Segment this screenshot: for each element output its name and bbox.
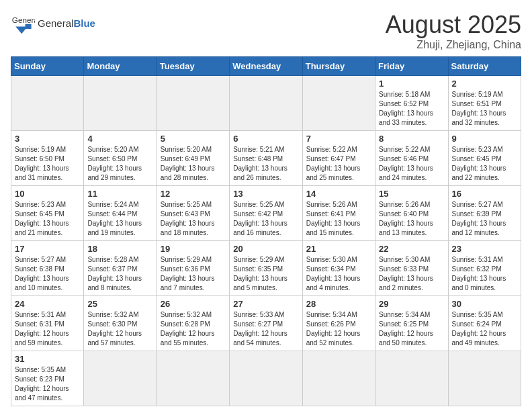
calendar-cell	[302, 76, 375, 131]
calendar-cell: 10Sunrise: 5:23 AM Sunset: 6:45 PM Dayli…	[11, 186, 84, 241]
calendar-cell: 4Sunrise: 5:20 AM Sunset: 6:50 PM Daylig…	[84, 131, 157, 186]
calendar-cell: 7Sunrise: 5:22 AM Sunset: 6:47 PM Daylig…	[302, 131, 375, 186]
calendar-cell: 1Sunrise: 5:18 AM Sunset: 6:52 PM Daylig…	[375, 76, 448, 131]
day-info: Sunrise: 5:27 AM Sunset: 6:38 PM Dayligh…	[15, 255, 80, 293]
calendar-cell: 2Sunrise: 5:19 AM Sunset: 6:51 PM Daylig…	[448, 76, 521, 131]
calendar-cell: 9Sunrise: 5:23 AM Sunset: 6:45 PM Daylig…	[448, 131, 521, 186]
day-number: 20	[233, 244, 298, 254]
calendar-cell	[230, 76, 302, 131]
day-number: 3	[15, 134, 80, 144]
day-number: 23	[452, 244, 517, 254]
day-number: 28	[306, 299, 371, 309]
day-info: Sunrise: 5:27 AM Sunset: 6:39 PM Dayligh…	[452, 200, 517, 238]
day-info: Sunrise: 5:34 AM Sunset: 6:25 PM Dayligh…	[379, 310, 444, 348]
page-header: General GeneralBlue August 2025 Zhuji, Z…	[11, 11, 521, 51]
calendar-cell	[375, 351, 448, 406]
day-info: Sunrise: 5:25 AM Sunset: 6:42 PM Dayligh…	[233, 200, 298, 238]
day-number: 22	[379, 244, 444, 254]
day-number: 5	[161, 134, 226, 144]
day-info: Sunrise: 5:23 AM Sunset: 6:45 PM Dayligh…	[15, 200, 80, 238]
day-number: 4	[87, 134, 152, 144]
day-number: 7	[306, 134, 371, 144]
day-info: Sunrise: 5:24 AM Sunset: 6:44 PM Dayligh…	[87, 200, 152, 238]
calendar-cell: 28Sunrise: 5:34 AM Sunset: 6:26 PM Dayli…	[302, 296, 375, 351]
day-info: Sunrise: 5:32 AM Sunset: 6:30 PM Dayligh…	[87, 310, 152, 348]
day-number: 12	[161, 189, 226, 199]
day-number: 27	[233, 299, 298, 309]
calendar-cell	[157, 351, 229, 406]
calendar-cell: 19Sunrise: 5:29 AM Sunset: 6:36 PM Dayli…	[157, 241, 229, 296]
weekday-header-monday: Monday	[84, 57, 157, 76]
day-number: 13	[233, 189, 298, 199]
calendar-cell: 6Sunrise: 5:21 AM Sunset: 6:48 PM Daylig…	[230, 131, 302, 186]
day-info: Sunrise: 5:30 AM Sunset: 6:33 PM Dayligh…	[379, 255, 444, 293]
calendar-cell: 22Sunrise: 5:30 AM Sunset: 6:33 PM Dayli…	[375, 241, 448, 296]
day-info: Sunrise: 5:29 AM Sunset: 6:35 PM Dayligh…	[233, 255, 298, 293]
calendar-cell: 26Sunrise: 5:32 AM Sunset: 6:28 PM Dayli…	[157, 296, 229, 351]
day-number: 26	[161, 299, 226, 309]
day-info: Sunrise: 5:26 AM Sunset: 6:41 PM Dayligh…	[306, 200, 371, 238]
calendar-cell: 20Sunrise: 5:29 AM Sunset: 6:35 PM Dayli…	[230, 241, 302, 296]
day-number: 11	[87, 189, 152, 199]
calendar-cell	[11, 76, 84, 131]
day-info: Sunrise: 5:34 AM Sunset: 6:26 PM Dayligh…	[306, 310, 371, 348]
day-number: 1	[379, 79, 444, 89]
day-info: Sunrise: 5:31 AM Sunset: 6:32 PM Dayligh…	[452, 255, 517, 293]
calendar-cell: 21Sunrise: 5:30 AM Sunset: 6:34 PM Dayli…	[302, 241, 375, 296]
day-info: Sunrise: 5:20 AM Sunset: 6:49 PM Dayligh…	[161, 145, 226, 183]
day-number: 21	[306, 244, 371, 254]
day-info: Sunrise: 5:19 AM Sunset: 6:50 PM Dayligh…	[15, 145, 80, 183]
calendar-cell: 31Sunrise: 5:35 AM Sunset: 6:23 PM Dayli…	[11, 351, 84, 406]
calendar-cell: 15Sunrise: 5:26 AM Sunset: 6:40 PM Dayli…	[375, 186, 448, 241]
day-info: Sunrise: 5:30 AM Sunset: 6:34 PM Dayligh…	[306, 255, 371, 293]
calendar-cell: 3Sunrise: 5:19 AM Sunset: 6:50 PM Daylig…	[11, 131, 84, 186]
day-number: 6	[233, 134, 298, 144]
day-info: Sunrise: 5:31 AM Sunset: 6:31 PM Dayligh…	[15, 310, 80, 348]
calendar-cell	[84, 76, 157, 131]
day-info: Sunrise: 5:33 AM Sunset: 6:27 PM Dayligh…	[233, 310, 298, 348]
weekday-header-thursday: Thursday	[302, 57, 375, 76]
day-number: 30	[452, 299, 517, 309]
day-info: Sunrise: 5:22 AM Sunset: 6:46 PM Dayligh…	[379, 145, 444, 183]
calendar-cell: 5Sunrise: 5:20 AM Sunset: 6:49 PM Daylig…	[157, 131, 229, 186]
day-number: 24	[15, 299, 80, 309]
day-number: 16	[452, 189, 517, 199]
logo-icon: General	[11, 11, 35, 35]
calendar-cell: 30Sunrise: 5:35 AM Sunset: 6:24 PM Dayli…	[448, 296, 521, 351]
day-info: Sunrise: 5:29 AM Sunset: 6:36 PM Dayligh…	[161, 255, 226, 293]
day-info: Sunrise: 5:28 AM Sunset: 6:37 PM Dayligh…	[87, 255, 152, 293]
calendar-cell: 24Sunrise: 5:31 AM Sunset: 6:31 PM Dayli…	[11, 296, 84, 351]
day-number: 18	[87, 244, 152, 254]
calendar-cell: 17Sunrise: 5:27 AM Sunset: 6:38 PM Dayli…	[11, 241, 84, 296]
logo: General GeneralBlue	[11, 11, 95, 35]
day-info: Sunrise: 5:18 AM Sunset: 6:52 PM Dayligh…	[379, 90, 444, 128]
calendar-cell: 8Sunrise: 5:22 AM Sunset: 6:46 PM Daylig…	[375, 131, 448, 186]
day-info: Sunrise: 5:19 AM Sunset: 6:51 PM Dayligh…	[452, 90, 517, 128]
weekday-header-wednesday: Wednesday	[230, 57, 302, 76]
day-number: 14	[306, 189, 371, 199]
day-number: 29	[379, 299, 444, 309]
day-number: 2	[452, 79, 517, 89]
calendar-cell: 13Sunrise: 5:25 AM Sunset: 6:42 PM Dayli…	[230, 186, 302, 241]
day-number: 17	[15, 244, 80, 254]
weekday-header-saturday: Saturday	[448, 57, 521, 76]
calendar-cell: 23Sunrise: 5:31 AM Sunset: 6:32 PM Dayli…	[448, 241, 521, 296]
weekday-header-tuesday: Tuesday	[157, 57, 229, 76]
calendar-cell	[230, 351, 302, 406]
day-info: Sunrise: 5:23 AM Sunset: 6:45 PM Dayligh…	[452, 145, 517, 183]
day-info: Sunrise: 5:35 AM Sunset: 6:23 PM Dayligh…	[15, 365, 80, 403]
calendar-cell: 11Sunrise: 5:24 AM Sunset: 6:44 PM Dayli…	[84, 186, 157, 241]
day-info: Sunrise: 5:22 AM Sunset: 6:47 PM Dayligh…	[306, 145, 371, 183]
day-number: 8	[379, 134, 444, 144]
day-number: 25	[87, 299, 152, 309]
day-info: Sunrise: 5:32 AM Sunset: 6:28 PM Dayligh…	[161, 310, 226, 348]
svg-rect-2	[26, 24, 32, 29]
calendar-table: SundayMondayTuesdayWednesdayThursdayFrid…	[11, 56, 521, 406]
day-info: Sunrise: 5:35 AM Sunset: 6:24 PM Dayligh…	[452, 310, 517, 348]
svg-text:General: General	[12, 15, 35, 24]
weekday-header-sunday: Sunday	[11, 57, 84, 76]
calendar-subtitle: Zhuji, Zhejiang, China	[386, 39, 521, 51]
calendar-cell: 29Sunrise: 5:34 AM Sunset: 6:25 PM Dayli…	[375, 296, 448, 351]
day-info: Sunrise: 5:21 AM Sunset: 6:48 PM Dayligh…	[233, 145, 298, 183]
day-number: 15	[379, 189, 444, 199]
